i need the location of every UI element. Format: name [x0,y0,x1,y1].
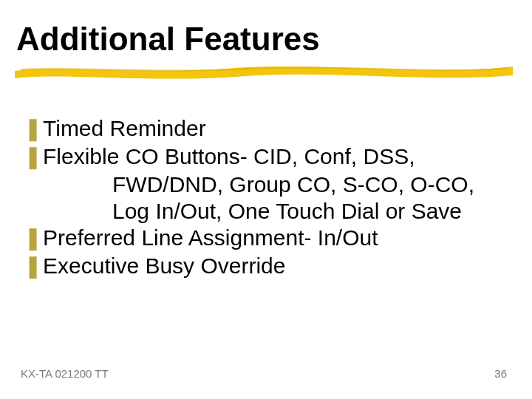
bullet-icon: ❚ [24,143,43,170]
list-item-continuation: FWD/DND, Group CO, S-CO, O-CO, [112,171,502,198]
page-number: 36 [494,367,507,380]
title-area: Additional Features [16,21,516,77]
list-item: ❚ Flexible CO Buttons- CID, Conf, DSS, [24,143,502,170]
footer-left: KX-TA 021200 TT [21,367,109,380]
slide: Additional Features ❚ Timed Reminder ❚ F… [0,0,532,399]
title-underline [16,61,516,77]
list-item-continuation: Log In/Out, One Touch Dial or Save [112,198,502,225]
list-item-text: Executive Busy Override [43,253,285,279]
list-item: ❚ Timed Reminder [24,115,502,142]
bullet-icon: ❚ [24,115,43,142]
list-item-text: Preferred Line Assignment- In/Out [43,225,378,251]
brushstroke-icon [13,61,516,81]
bullet-icon: ❚ [24,253,43,279]
slide-title: Additional Features [16,21,516,58]
slide-body: ❚ Timed Reminder ❚ Flexible CO Buttons- … [24,115,502,281]
list-item: ❚ Preferred Line Assignment- In/Out [24,225,502,251]
list-item-text: Flexible CO Buttons- CID, Conf, DSS, [43,143,415,170]
bullet-icon: ❚ [24,225,43,251]
list-item-text: Timed Reminder [43,115,206,142]
list-item: ❚ Executive Busy Override [24,253,502,279]
